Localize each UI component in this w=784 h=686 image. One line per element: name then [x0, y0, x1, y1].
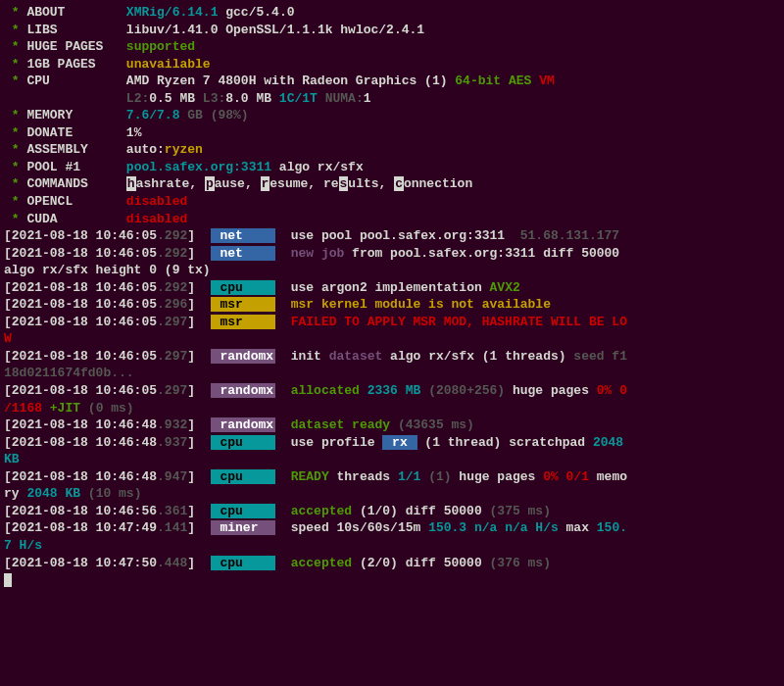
log-randomx-jit: /1168 +JIT (0 ms) — [4, 400, 780, 417]
header-donate: * DONATE 1% — [4, 124, 780, 142]
header-1gbpages: * 1GB PAGES unavailable — [4, 56, 780, 74]
header-memory: * MEMORY 7.6/7.8 GB (98%) — [4, 107, 780, 124]
header-cuda: * CUDA disabled — [4, 211, 780, 228]
header-about: * ABOUT XMRig/6.14.1 gcc/5.4.0 — [4, 4, 780, 22]
header-opencl: * OPENCL disabled — [4, 193, 780, 211]
log-accepted-1: [2021-08-18 10:46:56.361] cpu accepted (… — [4, 503, 780, 520]
log-net-algo: algo rx/sfx height 0 (9 tx) — [4, 262, 780, 279]
log-msr-warn: [2021-08-18 10:46:05.296] msr msr kernel… — [4, 296, 780, 314]
header-hugepages: * HUGE PAGES supported — [4, 38, 780, 56]
log-cpu-argon: [2021-08-18 10:46:05.292] cpu use argon2… — [4, 279, 780, 297]
log-cpu-profile: [2021-08-18 10:46:48.937] cpu use profil… — [4, 434, 780, 452]
log-cpu-ready: [2021-08-18 10:46:48.947] cpu READY thre… — [4, 468, 780, 486]
log-miner-speed-wrap: 7 H/s — [4, 537, 780, 555]
log-randomx-alloc: [2021-08-18 10:46:05.297] randomx alloca… — [4, 382, 780, 400]
header-libs: * LIBS libuv/1.41.0 OpenSSL/1.1.1k hwloc… — [4, 22, 780, 39]
log-msr-fail: [2021-08-18 10:46:05.297] msr FAILED TO … — [4, 314, 780, 331]
terminal-cursor[interactable] — [4, 571, 780, 589]
header-cpu-cache: L2:0.5 MB L3:8.0 MB 1C/1T NUMA:1 — [4, 90, 780, 108]
header-commands: * COMMANDS hashrate, pause, resume, resu… — [4, 175, 780, 193]
log-randomx-init: [2021-08-18 10:46:05.297] randomx init d… — [4, 348, 780, 366]
header-cpu: * CPU AMD Ryzen 7 4800H with Radeon Grap… — [4, 73, 780, 90]
log-cpu-ready-wrap: ry 2048 KB (10 ms) — [4, 485, 780, 503]
log-net-usepool: [2021-08-18 10:46:05.292] net use pool p… — [4, 227, 780, 245]
log-net-newjob: [2021-08-18 10:46:05.292] net new job fr… — [4, 245, 780, 263]
log-cpu-profile-wrap: KB — [4, 451, 780, 468]
header-pool: * POOL #1 pool.safex.org:3311 algo rx/sf… — [4, 159, 780, 176]
header-assembly: * ASSEMBLY auto:ryzen — [4, 141, 780, 159]
log-msr-fail-wrap: W — [4, 330, 780, 348]
log-randomx-ready: [2021-08-18 10:46:48.932] randomx datase… — [4, 416, 780, 434]
log-miner-speed: [2021-08-18 10:47:49.141] miner speed 10… — [4, 519, 780, 537]
log-randomx-seed: 18d0211674fd0b... — [4, 365, 780, 382]
log-accepted-2: [2021-08-18 10:47:50.448] cpu accepted (… — [4, 555, 780, 572]
